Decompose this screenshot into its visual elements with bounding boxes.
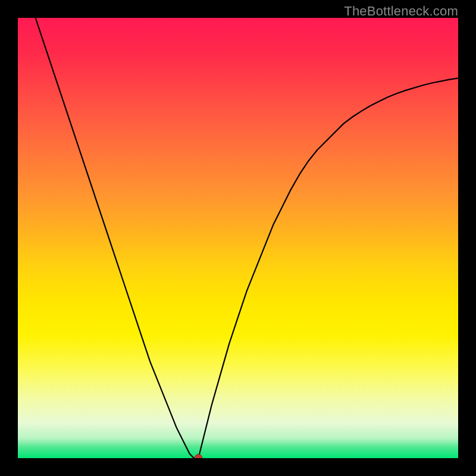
bottleneck-curve — [36, 18, 458, 458]
chart-frame: TheBottleneck.com — [0, 0, 476, 476]
chart-curve-svg — [18, 18, 458, 458]
minimum-marker — [195, 455, 202, 459]
attribution-label: TheBottleneck.com — [344, 4, 458, 19]
chart-plot-area — [18, 18, 458, 458]
